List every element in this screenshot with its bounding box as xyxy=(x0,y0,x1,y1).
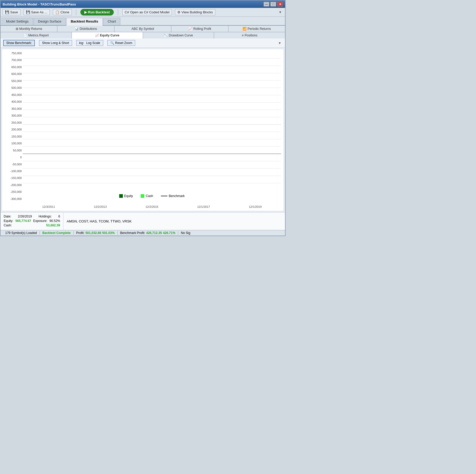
legend-benchmark: Benchmark xyxy=(161,194,185,198)
grid-icon: ⊞ xyxy=(16,27,18,31)
info-left: Date: 2/26/2019 Holdings: 6 Equity: 565,… xyxy=(1,213,63,230)
clone-icon: 📋 xyxy=(55,10,59,14)
legend-cash: Cash xyxy=(141,194,153,198)
main-tabs: Model Settings Design Surface Backtest R… xyxy=(1,17,285,26)
options-bar: Show Benchmark: Show Long & Short log Lo… xyxy=(1,39,285,48)
saveas-icon: 💾 xyxy=(26,10,30,14)
open-cs-button[interactable]: C# Open as C# Coded Model xyxy=(122,9,172,15)
status-symbols-loaded: 179 Symbol(s) Loaded xyxy=(3,231,40,235)
subtab-metrics-report[interactable]: 📄 Metrics Report xyxy=(1,32,72,39)
toolbar: 💾 Save 💾 Save As ... 📋 Clone ▶ Run Backt… xyxy=(1,8,285,17)
show-benchmark-button[interactable]: Show Benchmark: xyxy=(3,40,35,46)
tab-design-surface[interactable]: Design Surface xyxy=(34,18,66,25)
bar-icon: 📊 xyxy=(75,27,79,31)
subtab-rolling-profit[interactable]: 📈 Rolling Profit xyxy=(171,26,228,32)
status-benchmark-profit: Benchmark Profit: 426,712.35 426.71% xyxy=(118,231,178,235)
subtab-by-symbol[interactable]: ABC By Symbol xyxy=(114,26,171,32)
chart-area: 750,000 700,000 650,000 600,000 550,000 … xyxy=(2,49,284,211)
cs-icon: C# xyxy=(125,10,129,14)
chart-legend: Equity Cash Benchmark xyxy=(23,194,281,198)
info-bar: Date: 2/26/2019 Holdings: 6 Equity: 565,… xyxy=(1,212,285,230)
equity-icon: 📈 xyxy=(95,34,99,37)
zoom-icon: 🔍 xyxy=(110,41,114,45)
abc-icon: ABC xyxy=(132,27,138,31)
clone-button[interactable]: 📋 Clone xyxy=(53,9,72,15)
subtab-drawdown-curve[interactable]: 📉 Drawdown Curve xyxy=(143,32,214,39)
benchmark-line-swatch xyxy=(161,196,167,196)
info-equity-row: Equity: 565,774.67 Exposure: 90.52% xyxy=(4,219,60,223)
subtab-monthly-returns[interactable]: ⊞ Monthly Returns xyxy=(1,26,57,32)
subtab-equity-curve[interactable]: 📈 Equity Curve xyxy=(72,32,143,39)
y-axis: 750,000 700,000 650,000 600,000 550,000 … xyxy=(2,49,23,203)
subtabs-row1: ⊞ Monthly Returns 📊 Distributions ABC By… xyxy=(1,26,285,32)
drawdown-icon: 📉 xyxy=(164,34,168,37)
info-date-row: Date: 2/26/2019 Holdings: 6 xyxy=(4,215,60,218)
toolbar-separator-2 xyxy=(118,9,118,15)
tab-chart[interactable]: Chart xyxy=(103,18,121,25)
tab-model-settings[interactable]: Model Settings xyxy=(2,18,33,25)
equity-chart-svg xyxy=(23,51,281,198)
toolbar-dropdown[interactable]: ▼ xyxy=(277,9,283,15)
list-icon: ≡ xyxy=(242,34,244,37)
run-backtest-button[interactable]: ▶ Run Backtest xyxy=(80,9,114,15)
status-no-sig: No Sig xyxy=(178,231,193,235)
subtab-distributions[interactable]: 📊 Distributions xyxy=(57,26,114,32)
options-dropdown[interactable]: ▼ xyxy=(277,40,282,46)
save-button[interactable]: 💾 Save xyxy=(3,9,20,15)
save-icon: 💾 xyxy=(5,10,9,14)
cash-color-swatch xyxy=(141,194,144,198)
window-title: Building Block Model - TASC\TruncBandPas… xyxy=(3,2,76,6)
status-bar: 179 Symbol(s) Loaded Backtest Complete P… xyxy=(1,230,285,236)
bars-icon: 📶 xyxy=(243,27,247,31)
equity-color-swatch xyxy=(119,194,123,198)
line-icon: 📈 xyxy=(188,27,192,31)
doc-icon: 📄 xyxy=(23,34,27,37)
x-axis: 12/3/2011 12/2/2013 12/2/2015 12/1/2017 … xyxy=(23,205,281,208)
info-symbols: AMGN, COST, HAS, TCOM, TTWO, VRSK xyxy=(63,213,285,230)
minimize-button[interactable]: — xyxy=(264,2,269,7)
legend-equity: Equity xyxy=(119,194,133,198)
info-cash-row: Cash: 53,662.59 xyxy=(4,224,60,227)
title-bar: Building Block Model - TASC\TruncBandPas… xyxy=(1,1,285,8)
subtab-positions[interactable]: ≡ Positions xyxy=(214,32,285,39)
subtabs-row2: 📄 Metrics Report 📈 Equity Curve 📉 Drawdo… xyxy=(1,32,285,39)
saveas-button[interactable]: 💾 Save As ... xyxy=(24,9,50,15)
status-backtest-complete: Backtest Complete xyxy=(40,231,74,235)
reset-zoom-button[interactable]: 🔍 Reset Zoom xyxy=(107,40,135,46)
show-long-short-button[interactable]: Show Long & Short xyxy=(39,40,72,46)
title-bar-buttons: — □ ✕ xyxy=(264,2,283,7)
main-window: Building Block Model - TASC\TruncBandPas… xyxy=(0,0,286,236)
maximize-button[interactable]: □ xyxy=(270,2,276,7)
blocks-icon: ⚙ xyxy=(177,10,180,14)
status-profit: Profit: 501,032.88 501.03% xyxy=(74,231,118,235)
subtab-periodic-returns[interactable]: 📶 Periodic Returns xyxy=(228,26,285,32)
tab-backtest-results[interactable]: Backtest Results xyxy=(66,18,103,26)
log-scale-button[interactable]: log Log Scale xyxy=(76,40,103,46)
toolbar-separator xyxy=(76,9,76,15)
view-blocks-button[interactable]: ⚙ View Building Blocks xyxy=(175,9,215,15)
close-button[interactable]: ✕ xyxy=(277,2,283,7)
run-icon: ▶ xyxy=(84,10,87,14)
